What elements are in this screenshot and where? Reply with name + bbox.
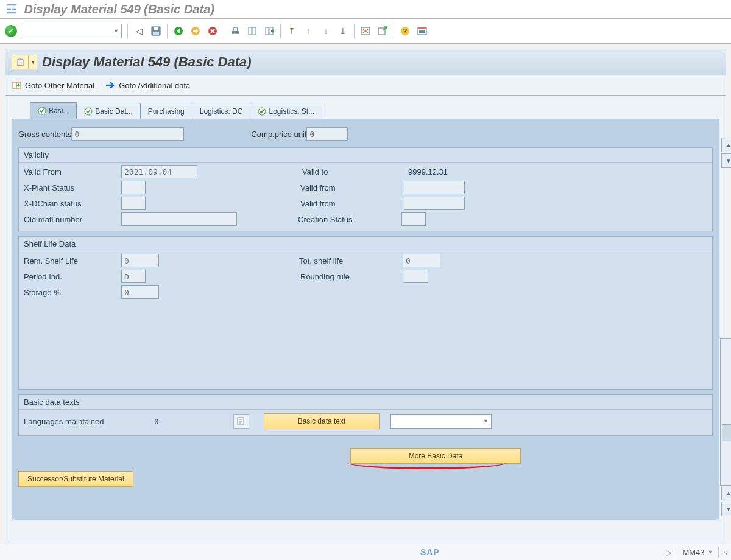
svg-rect-7 [253,27,256,35]
app-container: 📋 ▾ Display Material 549 (Basic Data) Go… [5,49,726,560]
successor-substitute-button[interactable]: Successor/Substitute Material [18,471,133,487]
long-text-icon[interactable] [233,414,249,429]
command-field[interactable] [21,24,122,38]
x-plant-status-label: X-Plant Status [23,183,121,192]
svg-rect-17 [419,32,425,33]
scroll-up-button[interactable]: ▲ [721,138,731,152]
arrow-right-icon [105,80,116,90]
goto-additional-label: Goto Additional data [119,81,190,90]
old-matl-number-label: Old matl number [23,215,121,224]
panel-scroll-bottom-group: ▲ ▼ [721,486,731,517]
tot-shelf-life-field[interactable]: 0 [403,254,440,267]
status-bar: SAP ▷ MM43 ▼ s [0,544,731,560]
x-plant-status-field[interactable] [121,181,146,194]
find-icon[interactable] [244,23,260,39]
svg-rect-8 [266,27,269,35]
back-icon[interactable]: ◁ [131,23,147,39]
last-page-icon[interactable]: ⤓ [335,23,351,39]
app-title-dropdown-icon[interactable]: ▾ [29,55,37,69]
x-plant-valid-from-field[interactable] [404,181,465,194]
save-icon[interactable] [148,23,164,39]
status-tcode-text: MM43 [682,548,704,557]
x-plant-valid-from-label: Valid from [299,183,392,192]
cancel-icon[interactable] [205,23,221,39]
scroll-up-button[interactable]: ▲ [721,486,731,500]
languages-maintained-value: 0 [152,417,191,426]
new-session-icon[interactable] [358,23,373,39]
valid-from-field[interactable]: 2021.09.04 [121,165,197,178]
x-dchain-valid-from-label: Valid from [299,199,392,208]
panel-scrollbar[interactable] [720,338,731,486]
tab-basic-data-1[interactable]: Basi... [30,102,77,119]
basic-data-text-dropdown[interactable] [390,414,492,429]
scroll-down-button[interactable]: ▼ [721,153,731,168]
gross-contents-field[interactable]: 0 [71,127,184,141]
valid-to-value: 9999.12.31 [406,167,448,177]
exit-icon[interactable] [188,23,203,39]
valid-to-label: Valid to [301,167,394,177]
app-toolbar: Goto Other Material Goto Additional data [5,75,726,96]
rounding-rule-label: Rounding rule [299,272,392,281]
goto-other-material-link[interactable]: Goto Other Material [12,80,94,90]
storage-percent-field[interactable]: 0 [121,285,159,299]
comp-price-unit-field[interactable]: 0 [306,127,348,141]
goto-additional-data-link[interactable]: Goto Additional data [105,80,190,90]
standard-toolbar: ◁ 🖶 ⤒ ↑ ↓ ⤓ ? [0,19,731,44]
layout-menu-icon[interactable] [414,23,430,39]
chevron-down-icon: ▼ [708,549,713,555]
window-icon: ☲ [6,0,16,18]
tab-label: Logistics: DC [200,103,243,119]
languages-maintained-label: Languages maintained [23,417,152,426]
app-title-icon[interactable]: 📋 [12,55,29,69]
toolbar-separator [167,24,168,38]
tab-label: Purchasing [148,103,185,119]
rem-shelf-life-label: Rem. Shelf Life [23,256,121,265]
prev-page-icon[interactable]: ↑ [301,23,317,39]
status-system: s [724,548,728,557]
toolbar-separator [280,24,281,38]
old-matl-number-field[interactable] [121,212,237,226]
basic-data-texts-group: Basic data texts Languages maintained 0 … [18,394,713,436]
svg-rect-18 [12,82,16,88]
app-title-bar: 📋 ▾ Display Material 549 (Basic Data) [5,49,726,75]
tab-label: Basic Dat... [95,103,132,119]
sap-logo: SAP [420,547,440,557]
tot-shelf-life-label: Tot. shelf life [298,256,390,265]
help-icon[interactable]: ? [397,23,413,39]
basic-data-text-button[interactable]: Basic data text [264,413,380,429]
validity-group: Validity Valid From 2021.09.04 Valid to … [18,147,713,231]
goto-other-label: Goto Other Material [25,81,94,90]
valid-from-label: Valid From [23,167,121,177]
toolbar-separator [224,24,224,38]
tab-label: Logistics: St... [269,103,314,119]
shelf-life-group-title: Shelf Life Data [19,237,712,251]
scroll-down-button[interactable]: ▼ [721,502,731,516]
status-tcode[interactable]: MM43 ▼ [682,548,713,557]
tab-logistics-store[interactable]: Logistics: St... [250,103,322,119]
enter-icon[interactable] [5,25,17,37]
basic-texts-group-title: Basic data texts [19,395,712,410]
creation-status-label: Creation Status [297,215,389,224]
creation-status-field[interactable] [401,212,426,226]
tab-logistics-dc[interactable]: Logistics: DC [192,103,251,119]
period-ind-field[interactable]: D [121,270,146,283]
rounding-rule-field[interactable] [404,270,428,283]
gross-contents-label: Gross contents [18,130,71,139]
back-green-icon[interactable] [171,23,186,39]
next-page-icon[interactable]: ↓ [318,23,334,39]
print-icon[interactable]: 🖶 [227,23,243,39]
tab-basic-data-2[interactable]: Basic Dat... [76,103,140,119]
rem-shelf-life-field[interactable]: 0 [121,254,159,267]
scrollbar-thumb[interactable] [722,424,731,441]
more-basic-data-button[interactable]: More Basic Data [350,448,521,464]
window-title-text: Display Material 549 (Basic Data) [24,2,214,16]
find-next-icon[interactable] [261,23,277,39]
x-dchain-status-field[interactable] [121,197,146,210]
create-shortcut-icon[interactable] [375,23,390,39]
tab-purchasing[interactable]: Purchasing [140,103,192,119]
storage-percent-label: Storage % [23,288,121,297]
comp-price-unit-label: Comp.price unit [251,130,306,139]
x-dchain-valid-from-field[interactable] [404,197,465,210]
first-page-icon[interactable]: ⤒ [284,23,300,39]
status-nav-icon[interactable]: ▷ [666,548,672,557]
